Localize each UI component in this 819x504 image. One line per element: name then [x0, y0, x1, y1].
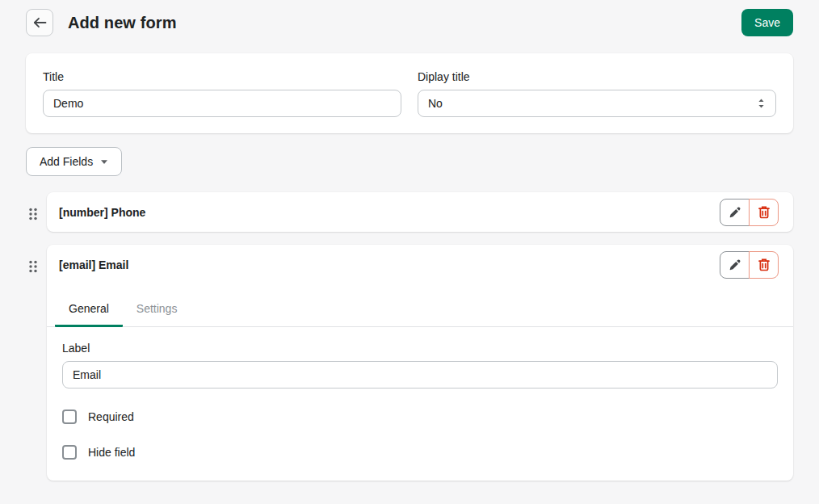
- email-label-label: Label: [62, 342, 778, 355]
- trash-icon: [758, 205, 771, 219]
- save-button[interactable]: Save: [741, 9, 793, 36]
- display-title-field-group: Diplay title No: [418, 70, 776, 117]
- display-title-selected-value: No: [428, 97, 443, 110]
- field-row-email: [email] Email: [26, 245, 793, 481]
- title-input[interactable]: [43, 90, 401, 117]
- hide-field-checkbox[interactable]: [62, 445, 77, 460]
- back-arrow-icon: [33, 17, 47, 28]
- phone-field-card: [number] Phone: [47, 192, 793, 232]
- display-title-select[interactable]: No: [418, 90, 776, 117]
- display-title-label: Diplay title: [418, 70, 776, 83]
- add-fields-button[interactable]: Add Fields: [26, 147, 122, 176]
- field-row-phone: [number] Phone: [26, 192, 793, 232]
- pencil-icon: [729, 258, 741, 271]
- hide-field-checkbox-label: Hide field: [88, 446, 135, 459]
- trash-icon: [758, 258, 771, 271]
- required-checkbox[interactable]: [62, 410, 77, 424]
- email-label-input[interactable]: [62, 361, 778, 388]
- tab-settings[interactable]: Settings: [123, 294, 191, 327]
- edit-email-button[interactable]: [720, 251, 750, 279]
- title-label: Title: [43, 70, 401, 83]
- drag-handle-icon[interactable]: [26, 258, 40, 275]
- phone-field-title: [number] Phone: [59, 206, 720, 219]
- required-checkbox-label: Required: [88, 410, 134, 423]
- page-header: Add new form Save: [0, 0, 819, 45]
- edit-phone-button[interactable]: [720, 199, 750, 226]
- delete-email-button[interactable]: [749, 251, 779, 279]
- email-field-card: [email] Email: [47, 245, 793, 481]
- tab-general[interactable]: General: [55, 294, 123, 327]
- back-button[interactable]: [26, 9, 53, 36]
- title-field-group: Title: [43, 70, 401, 117]
- chevron-down-icon: [100, 159, 108, 165]
- add-fields-label: Add Fields: [40, 155, 93, 168]
- email-field-title: [email] Email: [59, 258, 720, 271]
- pencil-icon: [729, 206, 741, 219]
- select-updown-icon: [757, 98, 766, 109]
- drag-handle-icon[interactable]: [26, 205, 40, 223]
- hide-field-checkbox-row: Hide field: [62, 445, 778, 460]
- form-settings-card: Title Diplay title No: [26, 53, 793, 133]
- email-field-tabs: General Settings: [47, 284, 793, 327]
- page-title: Add new form: [68, 14, 177, 32]
- general-tab-panel: Label Required Hide field: [47, 327, 793, 481]
- delete-phone-button[interactable]: [749, 199, 779, 226]
- required-checkbox-row: Required: [62, 410, 778, 424]
